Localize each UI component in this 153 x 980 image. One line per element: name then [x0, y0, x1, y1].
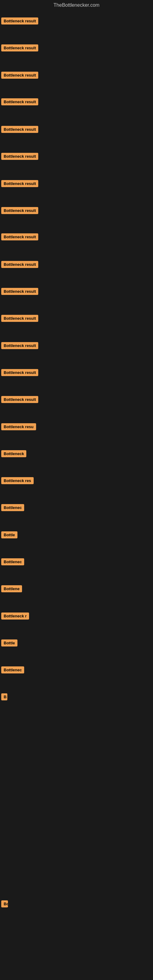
bottleneck-item: Bottleneck result	[1, 153, 38, 161]
bottleneck-badge[interactable]: Bottleneck result	[1, 98, 38, 105]
bottleneck-item: Bottleneck result	[1, 98, 38, 107]
bottleneck-badge[interactable]: Bo	[1, 900, 8, 907]
bottleneck-badge[interactable]: Bottlenec	[1, 667, 24, 673]
bottleneck-item: Bo	[1, 900, 8, 908]
bottleneck-item: Bottle	[1, 640, 18, 648]
bottleneck-badge[interactable]: B	[1, 694, 7, 700]
bottleneck-badge[interactable]: Bottleneck result	[1, 369, 38, 376]
bottleneck-badge[interactable]: Bottleneck result	[1, 153, 38, 160]
bottleneck-item: Bottle	[1, 531, 18, 539]
bottleneck-badge[interactable]: Bottleneck result	[1, 207, 38, 214]
bottleneck-item: Bottleneck	[1, 450, 26, 458]
bottleneck-item: Bottlene	[1, 585, 22, 593]
bottleneck-badge[interactable]: Bottlenec	[1, 504, 24, 511]
bottleneck-badge[interactable]: Bottleneck result	[1, 45, 38, 51]
bottleneck-item: Bottleneck result	[1, 315, 38, 323]
bottleneck-item: Bottleneck resu	[1, 423, 36, 431]
bottleneck-badge[interactable]: Bottleneck result	[1, 233, 38, 240]
bottleneck-badge[interactable]: Bottleneck result	[1, 126, 38, 133]
bottleneck-item: Bottlenec	[1, 558, 24, 566]
bottleneck-badge[interactable]: Bottlene	[1, 585, 22, 592]
bottleneck-item: Bottleneck result	[1, 342, 38, 350]
bottleneck-item: Bottleneck result	[1, 72, 38, 80]
site-title: TheBottlenecker.com	[0, 0, 153, 11]
bottleneck-item: Bottleneck res	[1, 477, 33, 485]
bottleneck-item: Bottlenec	[1, 504, 24, 512]
bottleneck-item: Bottleneck result	[1, 18, 38, 26]
bottleneck-badge[interactable]: Bottleneck result	[1, 396, 38, 403]
bottleneck-item: Bottleneck result	[1, 369, 38, 377]
bottleneck-badge[interactable]: Bottle	[1, 640, 18, 646]
bottleneck-item: Bottleneck result	[1, 396, 38, 404]
bottleneck-badge[interactable]: Bottleneck result	[1, 261, 38, 268]
bottleneck-item: Bottleneck result	[1, 180, 38, 188]
site-title-container: TheBottlenecker.com	[0, 0, 153, 11]
bottleneck-item: Bottleneck result	[1, 45, 38, 52]
bottleneck-badge[interactable]: Bottleneck res	[1, 477, 33, 484]
bottleneck-item: Bottlenec	[1, 667, 24, 675]
bottleneck-item: Bottleneck result	[1, 207, 38, 215]
bottleneck-badge[interactable]: Bottleneck result	[1, 18, 38, 24]
bottleneck-badge[interactable]: Bottleneck result	[1, 315, 38, 322]
bottleneck-item: Bottleneck result	[1, 233, 38, 242]
bottleneck-badge[interactable]: Bottleneck r	[1, 612, 29, 620]
bottleneck-badge[interactable]: Bottleneck result	[1, 342, 38, 349]
bottleneck-badge[interactable]: Bottleneck result	[1, 288, 38, 295]
bottleneck-badge[interactable]: Bottleneck	[1, 450, 26, 457]
items-container	[0, 11, 153, 12]
bottleneck-badge[interactable]: Bottle	[1, 531, 18, 538]
bottleneck-badge[interactable]: Bottleneck resu	[1, 423, 36, 430]
bottleneck-badge[interactable]: Bottleneck result	[1, 180, 38, 187]
bottleneck-item: Bottleneck result	[1, 288, 38, 296]
bottleneck-badge[interactable]: Bottleneck result	[1, 72, 38, 79]
bottleneck-item: Bottleneck result	[1, 126, 38, 134]
bottleneck-badge[interactable]: Bottlenec	[1, 558, 24, 565]
bottleneck-item: Bottleneck result	[1, 261, 38, 269]
bottleneck-item: Bottleneck r	[1, 612, 29, 621]
bottleneck-item: B	[1, 694, 7, 702]
